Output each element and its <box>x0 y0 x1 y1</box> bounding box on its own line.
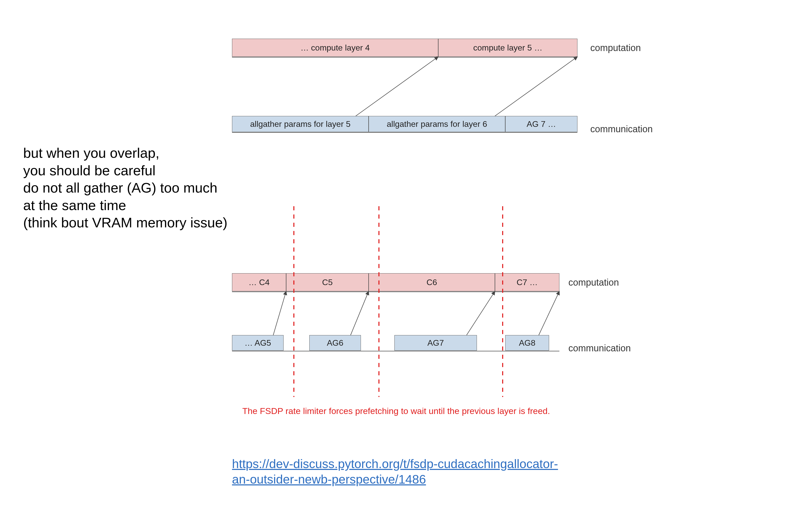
d1-ag-layer7: AG 7 … <box>505 116 577 132</box>
box-label: allgather params for layer 5 <box>250 119 350 129</box>
box-label: AG8 <box>519 338 535 348</box>
d2-c7: C7 … <box>495 273 560 291</box>
link-line: an-outsider-newb-perspective/1486 <box>232 473 426 486</box>
annotation-text: but when you overlap, you should be care… <box>23 144 227 232</box>
d2-ag5: … AG5 <box>232 335 284 350</box>
source-link-anchor[interactable]: https://dev-discuss.pytorch.org/t/fsdp-c… <box>232 457 558 486</box>
annotation-line: at the same time <box>23 197 227 214</box>
d1-comm-lane-label: communication <box>590 124 653 135</box>
svg-line-6 <box>273 291 286 335</box>
box-label: AG 7 … <box>527 119 556 129</box>
box-label: … C4 <box>248 278 270 287</box>
d2-comm-lane-label: communication <box>568 343 631 354</box>
box-label: AG6 <box>327 338 343 348</box>
d2-ag6: AG6 <box>309 335 361 350</box>
d1-compute-layer5: compute layer 5 … <box>438 39 577 57</box>
d2-wires <box>0 0 812 522</box>
box-label: AG7 <box>427 338 444 348</box>
d2-compute-lane-label: computation <box>568 277 619 288</box>
svg-line-3 <box>495 57 577 116</box>
box-label: compute layer 5 … <box>473 43 543 53</box>
link-line: https://dev-discuss.pytorch.org/t/fsdp-c… <box>232 457 558 471</box>
svg-line-9 <box>539 291 560 335</box>
box-label: … compute layer 4 <box>301 43 370 53</box>
annotation-line: but when you overlap, <box>23 144 227 162</box>
d2-c5: C5 <box>286 273 369 291</box>
box-label: C6 <box>427 278 437 287</box>
slide: but when you overlap, you should be care… <box>0 0 812 522</box>
svg-line-2 <box>356 57 438 116</box>
d2-caption: The FSDP rate limiter forces prefetching… <box>242 406 550 416</box>
box-label: C5 <box>322 278 333 287</box>
svg-line-8 <box>467 291 495 335</box>
annotation-line: do not all gather (AG) too much <box>23 179 227 197</box>
d2-c4: … C4 <box>232 273 286 291</box>
source-link[interactable]: https://dev-discuss.pytorch.org/t/fsdp-c… <box>232 456 558 487</box>
svg-line-7 <box>350 291 369 335</box>
box-label: … AG5 <box>244 338 271 348</box>
annotation-line: you should be careful <box>23 162 227 179</box>
d1-ag-layer5: allgather params for layer 5 <box>232 116 369 132</box>
d2-c6: C6 <box>369 273 495 291</box>
box-label: allgather params for layer 6 <box>387 119 487 129</box>
d2-ag8: AG8 <box>505 335 549 350</box>
d1-compute-layer4: … compute layer 4 <box>232 39 438 57</box>
d1-ag-layer6: allgather params for layer 6 <box>369 116 505 132</box>
annotation-line: (think bout VRAM memory issue) <box>23 214 227 232</box>
d1-wires <box>0 0 812 522</box>
d1-compute-lane-label: computation <box>590 42 641 53</box>
d2-ag7: AG7 <box>394 335 477 350</box>
box-label: C7 … <box>516 278 538 287</box>
